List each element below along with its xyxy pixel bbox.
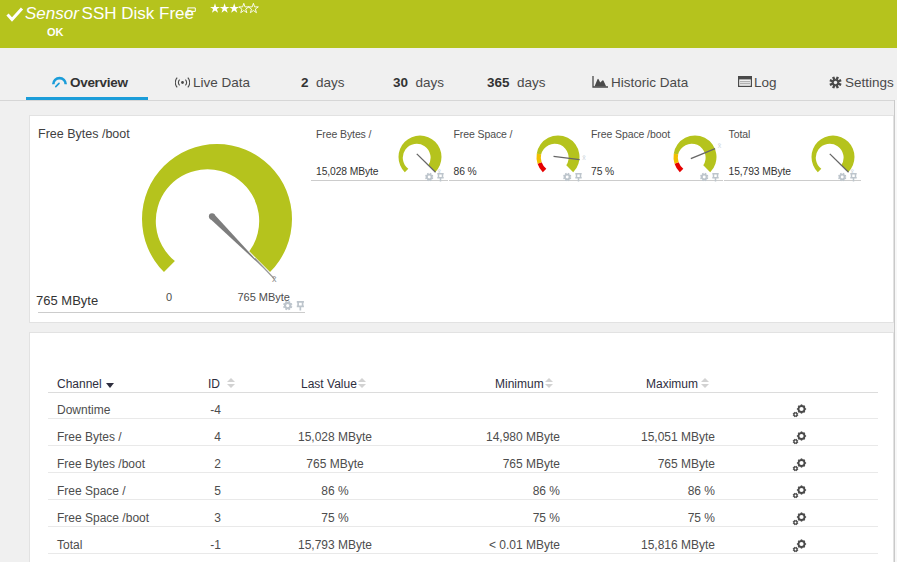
- svg-text:x̄: x̄: [718, 142, 722, 149]
- svg-text:x̄: x̄: [582, 154, 586, 161]
